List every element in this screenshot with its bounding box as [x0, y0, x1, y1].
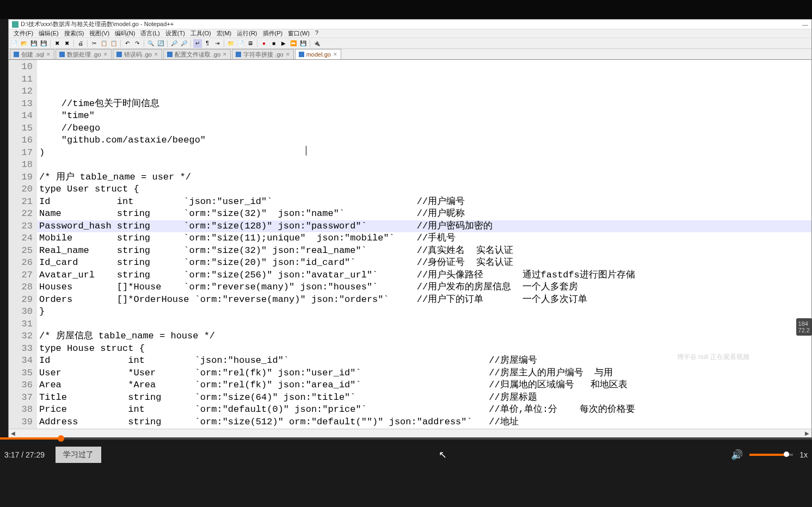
code-line[interactable]: //beego: [37, 122, 811, 135]
open-file-icon[interactable]: 📂: [20, 39, 28, 48]
learned-button[interactable]: 学习过了: [56, 447, 101, 463]
close-tab-icon[interactable]: ✕: [223, 52, 227, 57]
code-line[interactable]: Avatar_url string `orm:"size(256)" json:…: [37, 269, 811, 282]
zoom-in-icon[interactable]: 🔎: [170, 39, 179, 48]
minimize-button[interactable]: —: [802, 21, 808, 28]
fast-icon[interactable]: ⏩: [289, 39, 298, 48]
code-line[interactable]: Area *Area `orm:"rel(fk)" json:"area_id"…: [37, 379, 811, 392]
tab-0[interactable]: 创建 .sql✕: [10, 49, 54, 59]
menu-plugins[interactable]: 插件(P): [260, 29, 286, 38]
close-all-icon[interactable]: ✖: [63, 39, 71, 48]
tab-5-active[interactable]: model.go✕: [295, 49, 341, 59]
new-file-icon[interactable]: 📄: [10, 39, 19, 48]
folder-icon[interactable]: 📁: [226, 39, 235, 48]
code-line[interactable]: Name string `orm:"size(32)" json:"name"`…: [37, 208, 811, 220]
replace-icon[interactable]: 🔄: [156, 39, 165, 48]
save-icon[interactable]: 💾: [29, 39, 38, 48]
menu-language[interactable]: 语言(L): [138, 29, 162, 38]
code-content[interactable]: //time包关于时间信息 "time" //beego "github.com…: [37, 60, 811, 429]
tab-1[interactable]: 数据处理 .go✕: [56, 49, 111, 59]
volume-thumb[interactable]: [784, 452, 789, 457]
indent-icon[interactable]: ⇥: [213, 39, 222, 48]
progress-fill: [0, 437, 61, 440]
close-tab-icon[interactable]: ✕: [154, 52, 158, 57]
zoom-out-icon[interactable]: 🔎: [180, 39, 188, 48]
code-line[interactable]: /* 房屋信息 table_name = house */: [37, 330, 811, 343]
menu-window[interactable]: 窗口(W): [285, 29, 312, 38]
code-line[interactable]: }: [37, 306, 811, 318]
horizontal-scrollbar[interactable]: ◀ ▶: [9, 429, 811, 437]
code-line[interactable]: type User struct {: [37, 183, 811, 196]
redo-icon[interactable]: ↷: [133, 39, 142, 48]
print-icon[interactable]: 🖨: [76, 39, 85, 48]
play-icon[interactable]: ▶: [279, 39, 288, 48]
code-line[interactable]: Room_count int `orm:"default(1)" json:"r…: [37, 428, 811, 429]
code-line[interactable]: Mobile string `orm:"size(11);unique" jso…: [37, 232, 811, 245]
close-tab-icon[interactable]: ✕: [333, 52, 337, 57]
progress-thumb[interactable]: [58, 435, 64, 442]
menu-run[interactable]: 运行(R): [234, 29, 260, 38]
volume-slider[interactable]: [749, 454, 793, 456]
code-line[interactable]: Title string `orm:"size(64)" json:"title…: [37, 392, 811, 404]
menu-settings[interactable]: 设置(T): [163, 29, 188, 38]
close-tab-icon[interactable]: ✕: [103, 52, 108, 57]
code-line[interactable]: "github.com/astaxie/beego": [37, 134, 811, 147]
stop-icon[interactable]: ■: [269, 39, 278, 48]
volume-icon[interactable]: 🔊: [731, 449, 743, 461]
code-line[interactable]: Orders []*OrderHouse `orm:"reverse(many)…: [37, 294, 811, 306]
tab-3[interactable]: 配置文件读取 .go✕: [163, 49, 231, 59]
menu-edit[interactable]: 编辑(E): [36, 29, 61, 38]
menu-file[interactable]: 文件(F): [11, 29, 36, 38]
find-icon[interactable]: 🔍: [146, 39, 155, 48]
close-icon[interactable]: ✖: [53, 39, 61, 48]
window-title: D:\技术\xxx\数据库与相关处理函数\model.go - Notepad+…: [21, 20, 174, 28]
undo-icon[interactable]: ↶: [123, 39, 132, 48]
code-line[interactable]: ): [37, 147, 811, 159]
scroll-right-icon[interactable]: ▶: [803, 430, 811, 436]
show-chars-icon[interactable]: ¶: [203, 39, 212, 48]
plugin-icon[interactable]: 🔌: [312, 39, 321, 48]
video-progress[interactable]: [0, 437, 812, 440]
menu-search[interactable]: 搜索(S): [61, 29, 87, 38]
wrap-icon[interactable]: ↵: [193, 39, 202, 48]
editor-area[interactable]: 1011121314151617181920212223242526272829…: [9, 60, 811, 429]
line-number: 39: [9, 416, 33, 429]
scroll-left-icon[interactable]: ◀: [9, 430, 17, 436]
volume-fill: [749, 454, 786, 456]
code-line[interactable]: [37, 159, 811, 171]
menu-view[interactable]: 视图(V): [87, 29, 112, 38]
monitor-icon[interactable]: 🖥: [246, 39, 255, 48]
menu-macro[interactable]: 宏(M): [214, 29, 235, 38]
save-all-icon[interactable]: 💾: [39, 39, 48, 48]
code-line[interactable]: /* 用户 table_name = user */: [37, 171, 811, 184]
menu-encoding[interactable]: 编码(N): [112, 29, 138, 38]
code-line[interactable]: Price int `orm:"default(0)" json:"price"…: [37, 404, 811, 416]
paste-icon[interactable]: 📋: [109, 39, 118, 48]
close-tab-icon[interactable]: ✕: [286, 52, 290, 57]
code-line[interactable]: Real_name string `orm:"size(32)" json:"r…: [37, 245, 811, 257]
speed-label[interactable]: 1x: [799, 450, 808, 459]
tab-2[interactable]: 错误码 .go✕: [113, 49, 162, 59]
code-line[interactable]: Houses []*House `orm:"reverse(many)" jso…: [37, 281, 811, 294]
code-line[interactable]: Id_card string `orm:"size(20)" json:"id_…: [37, 257, 811, 269]
code-line[interactable]: Password_hash string `orm:"size(128)" js…: [37, 220, 811, 233]
cut-icon[interactable]: ✂: [90, 39, 99, 48]
code-line[interactable]: Id int `json:"user_id"` //用户编号: [37, 196, 811, 208]
save-macro-icon[interactable]: 💾: [299, 39, 307, 48]
title-bar[interactable]: D:\技术\xxx\数据库与相关处理函数\model.go - Notepad+…: [9, 20, 811, 29]
line-number: 25: [9, 245, 33, 257]
menu-tools[interactable]: 工具(O): [188, 29, 214, 38]
copy-icon[interactable]: 📋: [100, 39, 108, 48]
line-number: 38: [9, 404, 33, 416]
code-line[interactable]: [37, 318, 811, 331]
code-line[interactable]: Address string `orm:"size(512)" orm:"def…: [37, 416, 811, 429]
close-tab-icon[interactable]: ✕: [46, 52, 51, 57]
doc-icon[interactable]: 📄: [236, 39, 245, 48]
code-line[interactable]: "time": [37, 110, 811, 122]
tab-4[interactable]: 字符串拼接 .go✕: [232, 49, 293, 59]
record-icon[interactable]: ●: [260, 39, 268, 48]
code-line[interactable]: User *User `orm:"rel(fk)" json:"user_id"…: [37, 367, 811, 380]
menu-help[interactable]: ?: [312, 29, 321, 38]
code-line[interactable]: //time包关于时间信息: [37, 98, 811, 110]
line-number: 24: [9, 232, 33, 245]
